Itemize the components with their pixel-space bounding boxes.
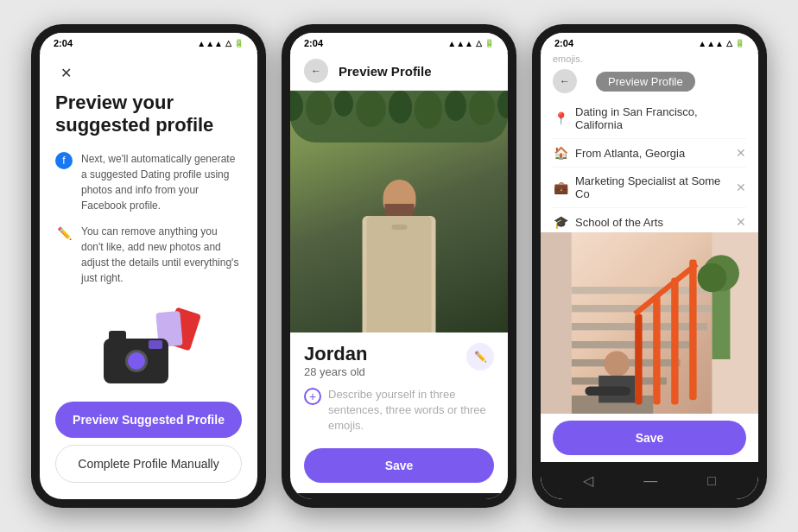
nav-bar-2: ◁ — □: [290, 493, 508, 499]
profile-name-row: Jordan 28 years old ✏️: [304, 343, 494, 378]
detail-row-1: 📍 Dating in San Francisco, California: [553, 98, 746, 139]
detail-text-3: Marketing Specialist at Some Co: [575, 174, 729, 200]
svg-rect-7: [689, 260, 696, 401]
status-bar-3: 2:04 ▲▲▲ △ 🔋: [541, 33, 758, 52]
time-3: 2:04: [554, 38, 573, 48]
detail-row-3: 💼 Marketing Specialist at Some Co ✕: [553, 168, 746, 208]
nav-square-3[interactable]: □: [699, 470, 725, 492]
svg-rect-8: [671, 278, 678, 405]
detail-row-4: 🎓 School of the Arts ✕: [553, 208, 746, 232]
action-buttons: Preview Suggested Profile Complete Profi…: [55, 402, 242, 490]
edit-button[interactable]: ✏️: [466, 343, 494, 370]
status-icons-3: ▲▲▲ △ 🔋: [698, 39, 744, 48]
page-title: Preview your suggested profile: [55, 92, 242, 137]
phone-2: 2:04 ▲▲▲ △ 🔋 ← Preview Profile: [282, 24, 516, 508]
bio-text: Describe yourself in three sentences, th…: [328, 387, 494, 434]
status-icons-2: ▲▲▲ △ 🔋: [447, 39, 494, 48]
pencil-icon: ✏️: [55, 225, 73, 242]
save-button-2[interactable]: Save: [304, 448, 494, 483]
phone-1: 2:04 ▲▲▲ △ 🔋 ✕ Preview your suggested pr…: [31, 24, 266, 508]
profile-photo-3: [541, 232, 758, 414]
info-item-1: f Next, we'll automatically generate a s…: [55, 151, 242, 213]
detail-row-2: 🏠 From Atlanta, Georgia ✕: [553, 139, 746, 168]
camera-illustration: [97, 310, 200, 388]
svg-rect-9: [653, 296, 660, 405]
facebook-icon: f: [55, 152, 73, 169]
nav-bar-3: ◁ — □: [541, 462, 758, 499]
profile-details: 📍 Dating in San Francisco, California 🏠 …: [541, 98, 758, 232]
svg-rect-19: [585, 387, 630, 396]
school-icon: 🎓: [553, 215, 568, 229]
status-bar-2: 2:04 ▲▲▲ △ 🔋: [290, 33, 508, 52]
info-text-1: Next, we'll automatically generate a sug…: [81, 151, 242, 213]
nav-home-3[interactable]: —: [635, 470, 666, 492]
nav-back-3[interactable]: ◁: [574, 469, 602, 492]
close-button[interactable]: ✕: [55, 62, 76, 83]
home-icon: 🏠: [553, 146, 568, 160]
phone2-header: ← Preview Profile: [290, 52, 508, 91]
work-icon: 💼: [553, 180, 568, 194]
svg-rect-13: [541, 232, 572, 414]
save-button-3[interactable]: Save: [553, 421, 746, 455]
remove-detail-2[interactable]: ✕: [736, 146, 746, 160]
phone-3: 2:04 ▲▲▲ △ 🔋 emojis. ← Preview Profile 📍…: [532, 24, 767, 508]
detail-text-2: From Atlanta, Georgia: [575, 147, 729, 160]
time-1: 2:04: [54, 38, 73, 48]
bio-placeholder[interactable]: + Describe yourself in three sentences, …: [304, 387, 494, 434]
profile-age: 28 years old: [304, 365, 367, 378]
header-chip: Preview Profile: [596, 72, 695, 92]
preview-suggested-profile-button[interactable]: Preview Suggested Profile: [55, 402, 242, 438]
svg-rect-10: [635, 314, 642, 405]
remove-detail-3[interactable]: ✕: [736, 180, 746, 194]
profile-photo-2: [290, 91, 508, 332]
status-icons-1: ▲▲▲ △ 🔋: [197, 39, 244, 48]
info-item-2: ✏️ You can remove anything you don't lik…: [55, 224, 242, 286]
plus-icon: +: [304, 388, 321, 405]
back-button-3[interactable]: ←: [553, 69, 577, 93]
location-icon: 📍: [553, 111, 568, 125]
back-button-2[interactable]: ←: [304, 59, 328, 83]
svg-rect-14: [712, 287, 730, 359]
phone3-header: ← Preview Profile: [541, 64, 758, 98]
detail-text-1: Dating in San Francisco, California: [575, 105, 746, 131]
remove-detail-4[interactable]: ✕: [736, 215, 746, 229]
svg-point-16: [698, 263, 727, 293]
time-2: 2:04: [304, 38, 323, 48]
svg-point-17: [605, 352, 630, 377]
complete-profile-manually-button[interactable]: Complete Profile Manually: [55, 445, 242, 483]
status-bar-1: 2:04 ▲▲▲ △ 🔋: [40, 33, 257, 52]
detail-text-4: School of the Arts: [575, 216, 729, 229]
top-label: emojis.: [541, 52, 758, 64]
info-text-2: You can remove anything you don't like, …: [81, 224, 242, 286]
profile-info-2: Jordan 28 years old ✏️ + Describe yourse…: [290, 332, 508, 493]
profile-name: Jordan: [304, 343, 367, 365]
header-title-2: Preview Profile: [339, 64, 432, 79]
